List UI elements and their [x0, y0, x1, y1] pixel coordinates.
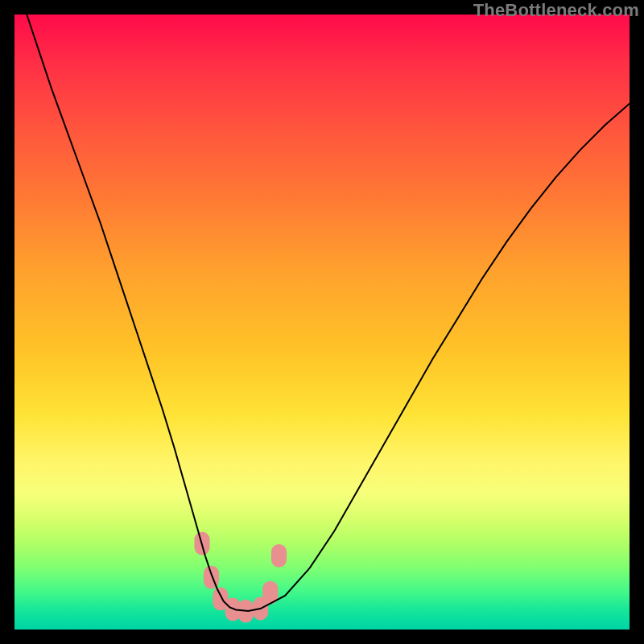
chart-stage: TheBottleneck.com: [0, 0, 644, 644]
chart-svg: [14, 14, 630, 630]
curve-line: [27, 14, 630, 611]
marker-layer: [194, 532, 287, 623]
marker-point: [271, 544, 287, 568]
watermark-text: TheBottleneck.com: [473, 0, 639, 21]
marker-point: [204, 566, 219, 589]
plot-area: [14, 14, 630, 630]
